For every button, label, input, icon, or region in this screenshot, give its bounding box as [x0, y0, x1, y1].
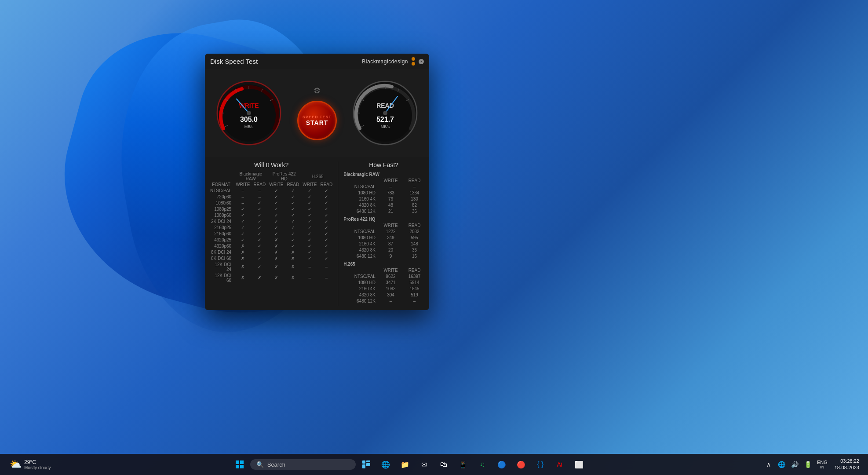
- data-panels: Will It Work? Blackmagic RAW ProRes 422 …: [205, 161, 429, 306]
- weather-text: 29°C Mostly cloudy: [24, 459, 51, 470]
- pro-read-cell: ✓: [285, 218, 301, 224]
- taskbar-explorer-button[interactable]: 📁: [396, 456, 414, 473]
- table-row: 2K DCI 24 ✓ ✓ ✓ ✓ ✓ ✓: [208, 218, 334, 224]
- braw-read-cell: ✓: [252, 255, 267, 261]
- table-row: 12K DCI 24 ✗ ✓ ✗ ✗ – –: [208, 261, 334, 272]
- write-gauge-svg: WRITE 305.0 MB/s: [214, 78, 284, 148]
- taskbar-phone-button[interactable]: 📱: [454, 456, 472, 473]
- tray-volume-icon[interactable]: 🔊: [790, 459, 800, 470]
- h265-write-cell: ✓: [301, 212, 318, 218]
- svg-text:305.0: 305.0: [240, 116, 258, 123]
- clock-time: 03:28:22: [840, 458, 859, 464]
- braw-write-cell: ✓: [234, 206, 252, 212]
- taskbar-store-button[interactable]: 🛍: [435, 456, 452, 473]
- list-item: 6480 12K – –: [342, 298, 426, 304]
- format-cell: 1080p25: [208, 206, 234, 212]
- tray-network-icon[interactable]: 🌐: [777, 459, 787, 470]
- h265-write-cell: ✓: [301, 187, 318, 194]
- pro-read-cell: ✗: [285, 272, 301, 283]
- list-item: 6480 12K 9 16: [342, 253, 426, 259]
- weather-icon: ⛅: [10, 459, 22, 470]
- taskbar-app-button[interactable]: ⬜: [570, 456, 588, 473]
- h265-write-cell: ✓: [301, 224, 318, 230]
- pro-read-cell: ✓: [285, 200, 301, 206]
- weather-widget[interactable]: ⛅ 29°C Mostly cloudy: [5, 457, 55, 472]
- section-label: ProRes 422 HQ: [342, 216, 426, 222]
- pro-write-cell: ✓: [267, 230, 285, 237]
- list-item: 2160 4K 87 148: [342, 241, 426, 247]
- h265-read-cell: ✓: [318, 230, 334, 237]
- pro-write-cell: ✓: [267, 206, 285, 212]
- windows-start-button[interactable]: [231, 456, 248, 473]
- tray-battery-icon[interactable]: 🔋: [803, 459, 813, 470]
- pro-write-cell: ✓: [267, 194, 285, 200]
- table-row: 8K DCI 24 ✗ ✓ ✗ ✗ ✓ ✓: [208, 249, 334, 255]
- braw-write-header: WRITE: [234, 182, 252, 187]
- tray-chevron[interactable]: ∧: [763, 459, 774, 470]
- settings-icon[interactable]: ⚙: [314, 86, 321, 95]
- how-fast-section-h.265: H.265 WRITE READ NTSC/PAL 9622 16397 108…: [342, 261, 426, 304]
- braw-write-cell: ✓: [234, 224, 252, 230]
- pro-read-cell: ✓: [285, 224, 301, 230]
- braw-read-cell: ✓: [252, 230, 267, 237]
- how-fast-section-blackmagic-raw: Blackmagic RAW WRITE READ NTSC/PAL – – 1…: [342, 171, 426, 214]
- write-gauge: WRITE 305.0 MB/s: [214, 78, 284, 148]
- table-row: NTSC/PAL – – ✓ ✓ ✓ ✓: [208, 187, 334, 194]
- svg-point-5: [247, 111, 251, 115]
- data-section: Will It Work? Blackmagic RAW ProRes 422 …: [205, 157, 429, 310]
- close-button[interactable]: ×: [419, 59, 424, 64]
- h265-read-cell: ✓: [318, 187, 334, 194]
- how-fast-section-prores-422-hq: ProRes 422 HQ WRITE READ NTSC/PAL 1222 2…: [342, 216, 426, 259]
- taskbar-spotify-button[interactable]: ♫: [474, 456, 491, 473]
- format-cell: 2160p60: [208, 230, 234, 237]
- app-title: Disk Speed Test: [210, 58, 258, 65]
- h265-read-cell: ✓: [318, 255, 334, 261]
- clock-date: 18-08-2023: [835, 464, 859, 471]
- h265-read-cell: ✓: [318, 224, 334, 230]
- brand-logo: [412, 57, 415, 66]
- disk-speed-test-window: Disk Speed Test Blackmagicdesign ×: [205, 54, 429, 310]
- how-fast-panel: How Fast? Blackmagic RAW WRITE READ NTSC…: [338, 161, 429, 306]
- h265-write-cell: –: [301, 261, 318, 272]
- h265-write-cell: ✓: [301, 218, 318, 224]
- speed-test-start-button[interactable]: SPEED TEST START: [297, 101, 337, 140]
- logo-dot-top: [412, 57, 415, 61]
- title-bar: Disk Speed Test Blackmagicdesign ×: [205, 54, 429, 69]
- table-row: 4320p60 ✗ ✓ ✗ ✓ ✓ ✓: [208, 243, 334, 249]
- format-cell: 1080p60: [208, 212, 234, 218]
- pro-write-cell: ✓: [267, 224, 285, 230]
- taskbar-widgets-button[interactable]: [357, 456, 375, 473]
- taskbar-edge-button[interactable]: 🌐: [377, 456, 394, 473]
- h265-read-cell: ✓: [318, 212, 334, 218]
- format-header: FORMAT: [208, 182, 234, 187]
- format-cell: NTSC/PAL: [208, 187, 234, 194]
- taskbar-mail-button[interactable]: ✉: [416, 456, 433, 473]
- pro-write-cell: ✗: [267, 237, 285, 243]
- how-fast-content: Blackmagic RAW WRITE READ NTSC/PAL – – 1…: [342, 171, 426, 304]
- h265-read-cell: –: [318, 272, 334, 283]
- list-item: 4320 8K 20 35: [342, 247, 426, 253]
- list-item: 1080 HD 783 1334: [342, 190, 426, 196]
- read-gauge-svg: READ 521.7 MB/s: [350, 78, 420, 148]
- braw-read-cell: –: [252, 194, 267, 200]
- taskbar: ⛅ 29°C Mostly cloudy 🔍 Search: [0, 454, 868, 475]
- system-clock[interactable]: 03:28:22 18-08-2023: [831, 458, 863, 471]
- taskbar-vscode-button[interactable]: { }: [532, 456, 549, 473]
- h265-write-cell: ✓: [301, 255, 318, 261]
- h265-read-cell: ✓: [318, 200, 334, 206]
- taskbar-adobe-button[interactable]: Ai: [551, 456, 569, 473]
- format-cell: 8K DCI 24: [208, 249, 234, 255]
- taskbar-chrome-button[interactable]: 🔴: [512, 456, 530, 473]
- weather-temp: 29°C: [24, 459, 51, 465]
- language-badge[interactable]: ENG IN: [817, 460, 828, 469]
- braw-read-cell: ✓: [252, 212, 267, 218]
- start-btn-label: SPEED TEST: [303, 115, 332, 120]
- braw-read-cell: ✓: [252, 200, 267, 206]
- pro-read-cell: ✓: [285, 194, 301, 200]
- widgets-icon: [362, 460, 370, 468]
- h265-write-cell: ✓: [301, 200, 318, 206]
- pro-read-cell: ✓: [285, 243, 301, 249]
- table-row: 2160p60 ✓ ✓ ✓ ✓ ✓ ✓: [208, 230, 334, 237]
- search-bar[interactable]: 🔍 Search: [250, 459, 356, 470]
- taskbar-browser2-button[interactable]: 🔵: [493, 456, 511, 473]
